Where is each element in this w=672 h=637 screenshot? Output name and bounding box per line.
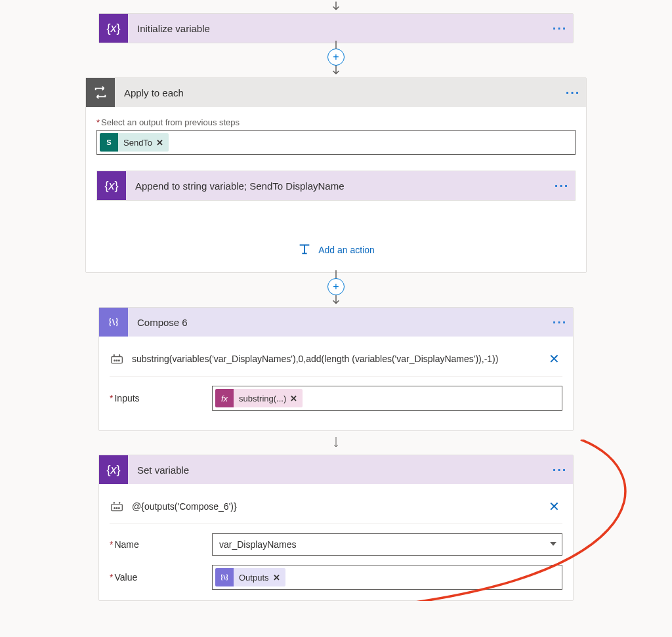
card-header[interactable]: {x} Set variable ··· (99, 455, 573, 484)
select-value: var_DisplayNames (219, 539, 296, 550)
flow-arrow (329, 431, 343, 455)
card-apply-to-each: Apply to each ··· *Select an output from… (85, 77, 587, 273)
peek-icon (110, 501, 124, 512)
sharepoint-icon: S (100, 133, 118, 152)
peek-code: substring(variables('var_DisplayNames'),… (132, 354, 538, 364)
more-menu-button[interactable]: ··· (560, 85, 586, 100)
add-step-button[interactable]: + (327, 278, 345, 295)
card-compose-6: Compose 6 ··· substring(variables('var_D… (98, 307, 574, 431)
card-header[interactable]: Compose 6 ··· (99, 308, 573, 337)
svg-point-1 (114, 360, 116, 361)
token-sendto[interactable]: S SendTo✕ (100, 133, 169, 152)
svg-point-7 (119, 508, 120, 509)
token-expression[interactable]: fx substring(...)✕ (215, 389, 303, 407)
flow-arrow (329, 0, 343, 13)
flow-arrow (329, 294, 343, 307)
token-label: Outputs (239, 573, 269, 583)
more-menu-button[interactable]: ··· (547, 21, 573, 36)
close-peek-button[interactable]: ✕ (546, 351, 562, 367)
card-header[interactable]: {x} Initialize variable ··· (99, 14, 573, 43)
inputs-field[interactable]: fx substring(...)✕ (212, 386, 562, 411)
close-peek-button[interactable]: ✕ (546, 499, 562, 514)
more-menu-button[interactable]: ··· (547, 462, 573, 478)
card-title: Apply to each (115, 87, 560, 98)
token-outputs[interactable]: Outputs✕ (215, 568, 285, 586)
field-label: *Value (110, 572, 201, 583)
variable-icon: {x} (99, 455, 128, 484)
remove-token-button[interactable]: ✕ (273, 573, 280, 583)
card-title: Append to string variable; SendTo Displa… (126, 180, 549, 192)
add-action-icon (297, 241, 312, 258)
peek-code: @{outputs('Compose_6')} (132, 501, 538, 512)
card-set-variable: {x} Set variable ··· @{outputs('Compose_… (98, 455, 574, 601)
card-title: Set variable (128, 464, 547, 476)
svg-point-6 (116, 508, 117, 509)
compose-icon (99, 308, 128, 337)
svg-point-3 (119, 360, 120, 361)
svg-point-5 (114, 508, 116, 509)
remove-token-button[interactable]: ✕ (290, 394, 297, 403)
name-select[interactable]: var_DisplayNames (212, 533, 562, 556)
loop-icon (86, 78, 115, 107)
svg-point-2 (116, 360, 117, 361)
card-title: Initialize variable (128, 23, 547, 34)
remove-token-button[interactable]: ✕ (156, 138, 163, 148)
card-initialize-variable: {x} Initialize variable ··· (98, 13, 574, 43)
more-menu-button[interactable]: ··· (549, 178, 575, 194)
card-title: Compose 6 (128, 317, 547, 328)
value-input[interactable]: Outputs✕ (212, 565, 562, 590)
select-output-input[interactable]: S SendTo✕ (96, 130, 576, 155)
field-label: *Select an output from previous steps (96, 117, 576, 127)
compose-icon (215, 568, 234, 586)
field-label: *Inputs (110, 393, 201, 403)
variable-icon: {x} (99, 14, 128, 43)
token-label: substring(...) (239, 394, 286, 403)
card-append-string: {x} Append to string variable; SendTo Di… (96, 171, 576, 201)
add-action-button[interactable]: Add an action (96, 237, 576, 262)
more-menu-button[interactable]: ··· (547, 315, 573, 330)
variable-icon: {x} (97, 171, 126, 200)
add-step-button[interactable]: + (327, 49, 345, 66)
field-label: *Name (110, 539, 201, 550)
fx-icon: fx (215, 389, 234, 407)
flow-arrow (329, 64, 343, 77)
add-action-label: Add an action (318, 245, 375, 255)
card-header[interactable]: {x} Append to string variable; SendTo Di… (97, 171, 575, 200)
card-header[interactable]: Apply to each ··· (86, 78, 586, 107)
token-label: SendTo (123, 138, 152, 148)
peek-icon (110, 353, 124, 365)
